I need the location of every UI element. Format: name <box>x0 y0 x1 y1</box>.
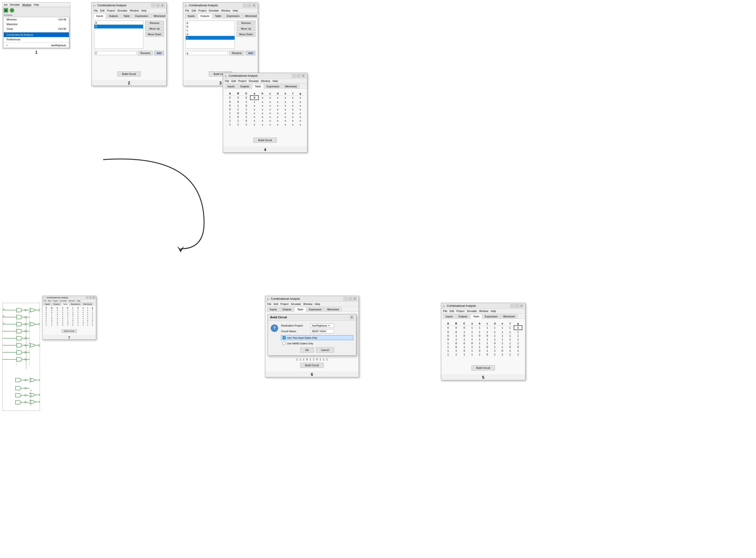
panel7-close-btn[interactable]: ✕ <box>93 297 95 299</box>
panel6-close-btn[interactable]: ✕ <box>353 297 357 301</box>
nand-gates-checkbox[interactable] <box>282 342 286 345</box>
panel5-close-btn[interactable]: ✕ <box>519 304 523 308</box>
p4-tab-expression[interactable]: Expression <box>264 84 282 88</box>
p5-menu-window[interactable]: Window <box>479 310 488 312</box>
panel4-minimize-btn[interactable]: − <box>292 74 296 78</box>
p3-tab-outputs[interactable]: Outputs <box>198 14 212 18</box>
menu-item-combinational[interactable]: Combinational Analysis <box>4 32 69 37</box>
p2-tab-expression[interactable]: Expression <box>133 14 151 18</box>
menu-item-close[interactable]: Close Ctrl+W <box>4 27 69 31</box>
p6-menu-help[interactable]: Help <box>315 303 320 305</box>
p6-menu-project[interactable]: Project <box>280 303 289 305</box>
p3-menu-simulate[interactable]: Simulate <box>209 9 219 12</box>
list-item-e-sel[interactable]: e <box>186 36 235 40</box>
p3-add-btn[interactable]: Add <box>246 51 255 55</box>
p2-tab-inputs[interactable]: Inputs <box>93 14 106 18</box>
panel2-minimize-btn[interactable]: − <box>151 3 155 7</box>
p3-remove-btn[interactable]: Remove <box>237 21 255 25</box>
p6-tab-expression[interactable]: Expression <box>306 307 324 311</box>
p5-menu-edit[interactable]: Edit <box>450 310 454 312</box>
menu-window[interactable]: Window <box>22 3 31 6</box>
p3-menu-help[interactable]: Help <box>233 9 238 12</box>
menu-ect[interactable]: ect <box>4 3 7 6</box>
p2-name-input[interactable] <box>94 51 136 55</box>
list-item-b[interactable]: b <box>186 25 235 28</box>
p5-build-btn[interactable]: Build Circuit <box>471 365 495 371</box>
p5-tab-outputs[interactable]: Outputs <box>456 314 470 319</box>
p4-menu-file[interactable]: File <box>225 80 229 82</box>
p2-remove-btn[interactable]: Remove <box>145 21 164 25</box>
p3-rename-btn[interactable]: Rename <box>230 51 244 55</box>
p7-menu-help[interactable]: Help <box>77 300 80 302</box>
p5-tab-inputs[interactable]: Inputs <box>443 314 455 319</box>
p3-tab-minimized[interactable]: Minimized <box>243 14 260 18</box>
dest-dropdown[interactable]: beefhighauto ▼ <box>310 324 334 328</box>
p7-tab-table[interactable]: Table <box>62 303 69 306</box>
menu-simulate[interactable]: Simulate <box>10 3 20 6</box>
p2-menu-edit[interactable]: Edit <box>100 9 105 12</box>
p3-moveup-btn[interactable]: Move Up <box>237 26 255 31</box>
p4-menu-project[interactable]: Project <box>238 80 246 82</box>
panel4-close-btn[interactable]: ✕ <box>301 74 305 78</box>
panel3-minimize-btn[interactable]: − <box>243 3 246 7</box>
dialog-cancel-btn[interactable]: Cancel <box>316 348 334 353</box>
panel6-maximize-btn[interactable]: □ <box>348 297 352 301</box>
p5-menu-file[interactable]: File <box>443 310 447 312</box>
panel7-max-btn[interactable]: □ <box>89 297 92 299</box>
p5-tab-expression[interactable]: Expression <box>482 314 500 319</box>
p4-build-btn[interactable]: Build Circuit <box>253 137 277 143</box>
menu-item-maximize[interactable]: Maximize <box>4 22 69 27</box>
list-item-A[interactable]: A <box>94 21 143 25</box>
p3-menu-file[interactable]: File <box>185 9 189 12</box>
panel3-close-btn[interactable]: ✕ <box>252 3 256 7</box>
p7-menu-file[interactable]: File <box>44 300 47 302</box>
menu-help[interactable]: Help <box>34 3 39 6</box>
p7-tab-inputs[interactable]: Inputs <box>44 303 51 305</box>
p4-tab-minimized[interactable]: Minimized <box>282 84 299 88</box>
p4-tab-table[interactable]: Table <box>252 84 264 89</box>
p6-menu-file[interactable]: File <box>267 303 271 305</box>
p3-menu-project[interactable]: Project <box>198 9 207 12</box>
p4-menu-window[interactable]: Window <box>261 80 270 82</box>
p3-tab-table[interactable]: Table <box>213 14 224 18</box>
p7-build-btn[interactable]: Build Circuit <box>62 329 77 333</box>
p2-movedown-btn[interactable]: Move Down <box>145 32 164 36</box>
p7-menu-simulate[interactable]: Simulate <box>60 300 67 302</box>
panel2-list[interactable]: A B <box>94 21 143 49</box>
p6-menu-edit[interactable]: Edit <box>274 303 278 305</box>
p7-menu-window[interactable]: Window <box>69 300 75 302</box>
p6-tab-outputs[interactable]: Outputs <box>280 307 294 311</box>
panel5-minimize-btn[interactable]: − <box>510 304 514 308</box>
p7-menu-project[interactable]: Project <box>53 300 58 302</box>
two-input-gates-checkbox[interactable] <box>282 336 286 339</box>
list-item-B[interactable]: B <box>94 25 143 28</box>
list-item-d[interactable]: d <box>186 32 235 36</box>
p2-tab-outputs[interactable]: Outputs <box>106 14 120 18</box>
p3-movedown-btn[interactable]: Move Down <box>237 32 255 36</box>
panel7-min-btn[interactable]: − <box>86 297 88 299</box>
p4-tab-outputs[interactable]: Outputs <box>238 84 252 88</box>
p3-name-input[interactable] <box>186 51 228 55</box>
p2-menu-window[interactable]: Window <box>130 9 139 12</box>
p5-tab-minimized[interactable]: Minimized <box>501 314 517 319</box>
p6-build-btn[interactable]: Build Circuit <box>300 363 324 368</box>
p2-build-btn[interactable]: Build Circuit <box>117 71 141 77</box>
p2-menu-file[interactable]: File <box>93 9 98 12</box>
panel3-list[interactable]: a b c d e <box>186 21 235 49</box>
panel2-close-btn[interactable]: ✕ <box>161 3 164 7</box>
p2-moveup-btn[interactable]: Move Up <box>145 26 164 31</box>
p2-menu-project[interactable]: Project <box>107 9 115 12</box>
panel4-maximize-btn[interactable]: □ <box>297 74 300 78</box>
p3-tab-inputs[interactable]: Inputs <box>185 14 197 18</box>
p4-menu-edit[interactable]: Edit <box>232 80 236 82</box>
list-item-a[interactable]: a <box>186 21 235 25</box>
list-item-c[interactable]: c <box>186 28 235 32</box>
p2-tab-table[interactable]: Table <box>121 14 132 18</box>
p3-menu-window[interactable]: Window <box>221 9 230 12</box>
p7-tab-expression[interactable]: Expression <box>70 303 82 305</box>
p6-tab-inputs[interactable]: Inputs <box>267 307 279 311</box>
menu-item-minimize[interactable]: Minimize Ctrl+M <box>4 17 69 22</box>
p4-menu-simulate[interactable]: Simulate <box>249 80 259 82</box>
panel6-minimize-btn[interactable]: − <box>344 297 347 301</box>
menu-item-beefhighauto[interactable]: • beefhighauto <box>4 43 69 48</box>
